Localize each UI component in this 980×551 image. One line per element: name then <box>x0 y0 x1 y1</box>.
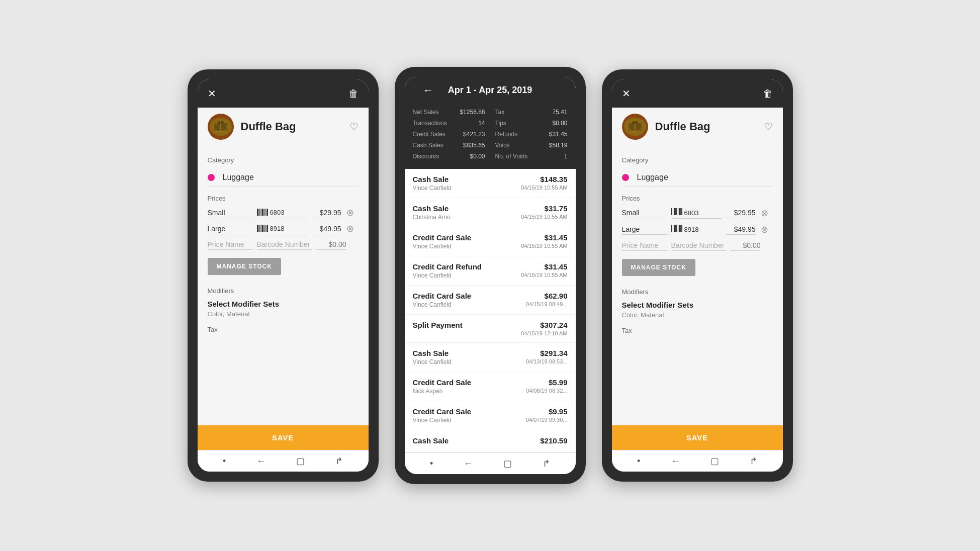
delete-icon-3[interactable]: 🗑 <box>763 88 773 100</box>
barcode-new-1[interactable] <box>257 239 312 250</box>
svg-rect-29 <box>673 208 673 215</box>
price-name-small-1[interactable] <box>208 208 253 218</box>
trans-person-3: Vince Canfield <box>413 243 472 250</box>
manage-stock-btn-1[interactable]: MANAGE STOCK <box>208 258 281 275</box>
category-name-3: Luggage <box>637 173 668 182</box>
nav-back-1[interactable]: ← <box>256 456 265 467</box>
product-body-1: Category Luggage Prices 6803 <box>198 146 369 425</box>
product-header-3: ✕ 🗑 <box>612 79 783 108</box>
close-icon-3[interactable]: ✕ <box>622 87 631 100</box>
trans-right-1: $148.35 04/15/19 10:55 AM <box>521 175 567 191</box>
nav-dot-1[interactable]: • <box>223 456 226 467</box>
trans-item-10[interactable]: Cash Sale $210.59 <box>405 430 576 452</box>
delete-icon-1[interactable]: 🗑 <box>348 88 359 100</box>
trans-right-8: $5.99 04/08/19 08:32... <box>526 378 568 394</box>
tax-section-1: Tax <box>208 326 359 333</box>
stat-label-cash: Cash Sales <box>413 142 443 149</box>
trans-amount-5: $62.90 <box>526 292 568 300</box>
nav-square-1[interactable]: ▢ <box>296 455 305 467</box>
nav-arrow-1[interactable]: ↱ <box>335 455 343 467</box>
price-name-new-3[interactable] <box>622 240 667 251</box>
trans-amount-7: $291.34 <box>526 349 568 357</box>
back-icon[interactable]: ← <box>423 84 434 97</box>
price-remove-large-3[interactable]: ⊗ <box>761 224 768 235</box>
trans-person-5: Vince Canfield <box>413 301 472 308</box>
trans-item-5[interactable]: Credit Card Sale Vince Canfield $62.90 0… <box>405 286 576 315</box>
nav-arrow-2[interactable]: ↱ <box>543 458 550 469</box>
stat-label-net-sales: Net Sales <box>413 109 439 116</box>
price-remove-large-1[interactable]: ⊗ <box>346 223 354 234</box>
modifier-title-3[interactable]: Select Modifier Sets <box>622 301 773 309</box>
price-name-large-3[interactable] <box>622 224 667 235</box>
price-name-new-1[interactable] <box>208 239 253 250</box>
nav-back-3[interactable]: ← <box>671 456 680 467</box>
barcode-num-large-1: 8918 <box>270 225 285 232</box>
nav-arrow-3[interactable]: ↱ <box>750 455 757 467</box>
price-remove-small-3[interactable]: ⊗ <box>761 208 768 219</box>
heart-icon-1[interactable]: ♡ <box>349 121 359 133</box>
nav-square-2[interactable]: ▢ <box>503 458 512 469</box>
close-icon-1[interactable]: ✕ <box>208 87 216 100</box>
price-value-new-3[interactable] <box>731 240 761 251</box>
barcode-new-3[interactable] <box>671 240 727 251</box>
svg-rect-34 <box>679 208 680 215</box>
product-name-1: Duffle Bag <box>241 120 296 133</box>
svg-rect-15 <box>258 225 259 232</box>
nav-square-3[interactable]: ▢ <box>710 455 719 467</box>
price-remove-small-1[interactable]: ⊗ <box>346 207 354 218</box>
trans-item-4[interactable]: Credit Card Refund Vince Canfield $31.45… <box>405 256 576 286</box>
trans-item-3[interactable]: Credit Card Sale Vince Canfield $31.45 0… <box>405 227 576 256</box>
phone-3: ✕ 🗑 Duffle Bag ♡ <box>602 69 793 482</box>
save-btn-1[interactable]: SAVE <box>198 425 369 450</box>
stat-cash: Cash Sales $835.65 <box>413 141 485 150</box>
price-name-large-1[interactable] <box>208 224 253 234</box>
stat-label-num-voids: No. of Voids <box>495 153 528 160</box>
nav-back-2[interactable]: ← <box>464 458 473 469</box>
trans-person-8: Nick Aspen <box>413 388 472 395</box>
svg-rect-30 <box>674 208 675 215</box>
trans-item-7[interactable]: Cash Sale Vince Canfield $291.34 04/13/1… <box>405 343 576 372</box>
stat-num-voids: No. of Voids 1 <box>495 152 568 161</box>
price-value-large-3[interactable] <box>726 224 756 235</box>
product-title-left-3: Duffle Bag <box>622 114 710 140</box>
trans-header: ← Apr 1 - Apr 25, 2019 <box>405 77 576 104</box>
svg-rect-31 <box>675 208 676 215</box>
save-btn-3[interactable]: SAVE <box>612 425 783 450</box>
trans-item-9[interactable]: Credit Card Sale Vince Canfield $9.95 04… <box>405 401 576 430</box>
stat-label-refunds: Refunds <box>495 131 518 138</box>
stat-value-cash: $835.65 <box>463 142 485 149</box>
modifiers-label-3: Modifiers <box>622 288 773 296</box>
trans-right-2: $31.75 04/15/19 10:55 AM <box>521 204 567 220</box>
barcode-num-small-3: 6803 <box>684 209 699 217</box>
trans-left-1: Cash Sale Vince Canfield <box>413 175 452 192</box>
trans-item-2[interactable]: Cash Sale Christina Arno $31.75 04/15/19… <box>405 198 576 227</box>
nav-dot-2[interactable]: • <box>430 458 433 469</box>
trans-date-9: 04/07/19 09:30... <box>526 417 568 423</box>
product-header-1: ✕ 🗑 <box>198 79 369 108</box>
trans-right-4: $31.45 04/15/19 10:55 AM <box>521 262 567 278</box>
nav-dot-3[interactable]: • <box>637 456 640 467</box>
price-value-small-1[interactable] <box>311 208 341 218</box>
price-value-small-3[interactable] <box>726 208 756 218</box>
svg-rect-37 <box>671 225 672 232</box>
manage-stock-btn-3[interactable]: MANAGE STOCK <box>622 259 695 276</box>
trans-amount-8: $5.99 <box>526 378 568 387</box>
svg-rect-40 <box>675 225 676 232</box>
heart-icon-3[interactable]: ♡ <box>764 121 773 133</box>
trans-person-7: Vince Canfield <box>413 358 452 365</box>
svg-rect-19 <box>263 225 264 232</box>
trans-item-8[interactable]: Credit Card Sale Nick Aspen $5.99 04/08/… <box>405 372 576 401</box>
stat-tax: Tax 75.41 <box>495 108 568 117</box>
trans-left-2: Cash Sale Christina Arno <box>413 204 451 221</box>
svg-rect-38 <box>673 225 673 232</box>
trans-type-1: Cash Sale <box>413 175 452 183</box>
price-value-large-1[interactable] <box>311 224 341 234</box>
price-value-new-1[interactable] <box>316 239 346 250</box>
trans-item-1[interactable]: Cash Sale Vince Canfield $148.35 04/15/1… <box>405 169 576 198</box>
trans-amount-2: $31.75 <box>521 204 567 213</box>
price-name-small-3[interactable] <box>622 208 667 218</box>
trans-type-10: Cash Sale <box>413 436 449 445</box>
trans-item-6[interactable]: Split Payment $307.24 04/15/19 12:10 AM <box>405 315 576 343</box>
nav-bar-3: • ← ▢ ↱ <box>612 450 783 472</box>
modifier-title-1[interactable]: Select Modifier Sets <box>208 300 359 308</box>
